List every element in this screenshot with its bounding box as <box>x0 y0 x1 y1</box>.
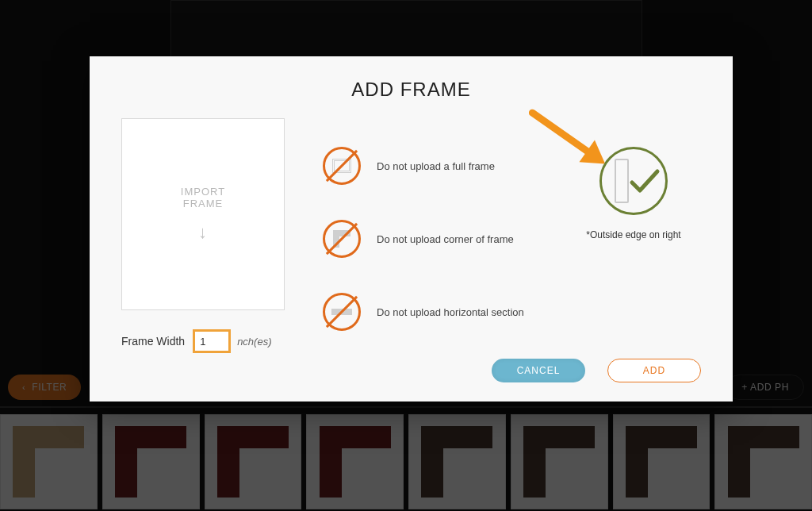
checkmark-icon <box>629 165 661 197</box>
download-arrow-icon: ↓ <box>198 222 208 243</box>
rule-text: Do not upload corner of frame <box>377 233 514 245</box>
prohibited-icon <box>323 293 361 331</box>
frame-width-input[interactable] <box>193 329 231 353</box>
add-frame-modal: ADD FRAME IMPORT FRAME ↓ Frame Width nch… <box>90 56 733 402</box>
rule-text: Do not upload horizontal section <box>377 306 524 318</box>
correct-note: *Outside edge on right <box>586 229 680 240</box>
svg-line-0 <box>532 113 589 152</box>
prohibited-icon <box>323 147 361 185</box>
rule-text: Do not upload a full frame <box>377 160 495 172</box>
modal-title: ADD FRAME <box>121 79 701 101</box>
correct-example-column: *Outside edge on right <box>566 118 701 353</box>
rule-no-horizontal: Do not upload horizontal section <box>323 293 531 331</box>
add-button[interactable]: ADD <box>607 359 701 382</box>
frame-width-label: Frame Width <box>121 335 185 348</box>
rule-no-full-frame: Do not upload a full frame <box>323 147 531 185</box>
upload-rules-column: Do not upload a full frame Do not upload… <box>323 118 531 353</box>
import-label-line2: FRAME <box>183 198 224 209</box>
prohibited-icon <box>323 220 361 258</box>
modal-actions: CANCEL ADD <box>492 359 701 382</box>
rule-no-corner: Do not upload corner of frame <box>323 220 531 258</box>
import-label-line1: IMPORT <box>181 186 225 198</box>
import-column: IMPORT FRAME ↓ Frame Width nch(es) <box>121 118 288 353</box>
add-label: ADD <box>643 365 665 376</box>
frame-width-row: Frame Width nch(es) <box>121 329 288 353</box>
correct-icon <box>599 147 668 215</box>
cancel-button[interactable]: CANCEL <box>492 359 585 382</box>
frame-section-icon <box>615 159 629 203</box>
cancel-label: CANCEL <box>517 365 561 376</box>
frame-width-unit: nch(es) <box>237 336 271 348</box>
import-frame-dropzone[interactable]: IMPORT FRAME ↓ <box>121 118 285 310</box>
